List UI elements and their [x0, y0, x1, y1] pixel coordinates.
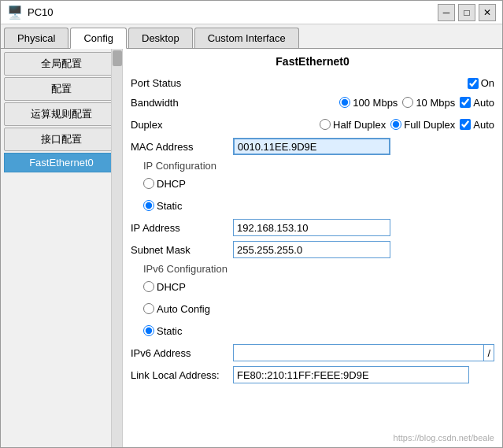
port-controls: On: [233, 77, 494, 89]
ip-address-input[interactable]: [233, 219, 390, 236]
close-button[interactable]: ✕: [479, 4, 496, 21]
bandwidth-auto-label[interactable]: Auto: [460, 97, 494, 109]
ipv4-static-row: Static: [143, 197, 494, 214]
tab-desktop[interactable]: Desktop: [128, 28, 193, 48]
global-config-button[interactable]: 全局配置: [4, 52, 119, 76]
ipv6-section: DHCP Auto Config Static: [131, 278, 494, 339]
ipv6-dhcp-radio[interactable]: [143, 281, 154, 292]
config-button[interactable]: 配置: [4, 77, 119, 101]
bandwidth-label: Bandwidth: [131, 97, 233, 109]
interface-title: FastEthernet0: [131, 55, 494, 71]
maximize-button[interactable]: □: [458, 4, 475, 21]
minimize-button[interactable]: ─: [438, 4, 455, 21]
ipv6-auto-row: Auto Config: [143, 300, 494, 317]
window-title: PC10: [28, 6, 54, 18]
ipv6-static-radio[interactable]: [143, 325, 154, 336]
ipv4-section: DHCP Static: [131, 175, 494, 214]
sidebar-item-fastethernet0[interactable]: FastEthernet0: [4, 153, 119, 172]
port-on-checkbox-label[interactable]: On: [468, 77, 494, 89]
ip-address-label: IP Address: [131, 222, 233, 234]
sidebar-scroll-thumb: [113, 50, 122, 66]
ipv6-input-group: /: [233, 344, 494, 361]
ipv6-section-header: IPv6 Configuration: [131, 263, 494, 275]
mac-label: MAC Address: [131, 141, 233, 153]
app-icon: 🖥️: [7, 5, 23, 20]
ipv4-static-radio[interactable]: [143, 200, 154, 211]
subnet-mask-label: Subnet Mask: [131, 244, 233, 256]
ipv6-address-row: IPv6 Address /: [131, 344, 494, 361]
ipv6-address-label: IPv6 Address: [131, 347, 233, 359]
interface-config-button[interactable]: 接口配置: [4, 128, 119, 151]
title-bar-left: 🖥️ PC10: [7, 5, 54, 20]
ipv6-auto-radio[interactable]: [143, 303, 154, 314]
tab-custom-interface[interactable]: Custom Interface: [194, 28, 299, 48]
ipv6-prefix-separator: /: [484, 344, 494, 361]
ipv6-auto-label[interactable]: Auto Config: [143, 303, 210, 315]
ipv4-static-label[interactable]: Static: [143, 200, 183, 212]
window-controls: ─ □ ✕: [438, 4, 496, 21]
duplex-full-label[interactable]: Full Duplex: [390, 119, 455, 131]
watermark: https://blog.csdn.net/beale: [394, 433, 494, 442]
ipv4-dhcp-row: DHCP: [143, 175, 494, 192]
bandwidth-10mbps-radio[interactable]: [402, 97, 413, 108]
tab-bar: Physical Config Desktop Custom Interface: [1, 24, 502, 48]
port-status-row: Port Status On: [131, 77, 494, 89]
sidebar: 全局配置 配置 运算规则配置 接口配置 FastEthernet0: [1, 49, 123, 447]
port-on-checkbox[interactable]: [468, 78, 479, 89]
content-area: FastEthernet0 Port Status On Bandwidth: [123, 49, 502, 447]
mac-address-input[interactable]: [233, 138, 390, 155]
duplex-row: Duplex Half Duplex Full Duplex Auto: [131, 116, 494, 133]
ipv6-address-input[interactable]: [233, 344, 484, 361]
ipv6-dhcp-label[interactable]: DHCP: [143, 281, 186, 293]
duplex-options: Half Duplex Full Duplex Auto: [233, 119, 494, 131]
main-area: 全局配置 配置 运算规则配置 接口配置 FastEthernet0 FastEt…: [1, 48, 502, 447]
duplex-half-radio[interactable]: [320, 119, 331, 130]
sidebar-scrollbar[interactable]: [111, 49, 122, 447]
bandwidth-100mbps-label[interactable]: 100 Mbps: [339, 97, 398, 109]
link-local-input[interactable]: [233, 366, 469, 383]
duplex-label: Duplex: [131, 119, 233, 131]
ipv6-static-label[interactable]: Static: [143, 325, 183, 337]
duplex-auto-label[interactable]: Auto: [460, 119, 494, 131]
duplex-full-radio[interactable]: [390, 119, 401, 130]
duplex-half-label[interactable]: Half Duplex: [320, 119, 386, 131]
port-status-label: Port Status: [131, 77, 233, 89]
mac-row: MAC Address: [131, 138, 494, 155]
bandwidth-10mbps-label[interactable]: 10 Mbps: [402, 97, 455, 109]
ip-address-row: IP Address: [131, 219, 494, 236]
ipv4-dhcp-radio[interactable]: [143, 178, 154, 189]
bandwidth-options: 100 Mbps 10 Mbps Auto: [233, 97, 494, 109]
bandwidth-auto-checkbox[interactable]: [460, 97, 471, 108]
routing-rules-button[interactable]: 运算规则配置: [4, 102, 119, 126]
subnet-mask-row: Subnet Mask: [131, 241, 494, 258]
ipv4-dhcp-label[interactable]: DHCP: [143, 178, 186, 190]
bandwidth-100mbps-radio[interactable]: [339, 97, 350, 108]
tab-config[interactable]: Config: [70, 28, 127, 49]
tab-physical[interactable]: Physical: [4, 28, 68, 48]
link-local-label: Link Local Address:: [131, 369, 233, 381]
ipv6-static-row: Static: [143, 322, 494, 339]
bandwidth-row: Bandwidth 100 Mbps 10 Mbps Auto: [131, 94, 494, 111]
title-bar: 🖥️ PC10 ─ □ ✕: [1, 1, 502, 24]
ipv6-dhcp-row: DHCP: [143, 278, 494, 295]
link-local-row: Link Local Address:: [131, 366, 494, 383]
main-window: 🖥️ PC10 ─ □ ✕ Physical Config Desktop Cu…: [0, 0, 503, 448]
ipv4-section-header: IP Configuration: [131, 160, 494, 172]
subnet-mask-input[interactable]: [233, 241, 390, 258]
duplex-auto-checkbox[interactable]: [460, 119, 471, 130]
